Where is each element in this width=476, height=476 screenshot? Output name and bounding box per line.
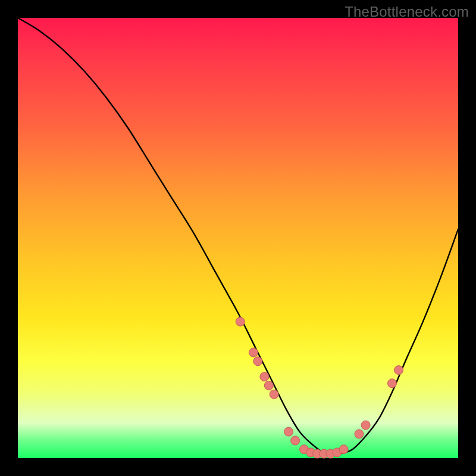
marker-dot <box>260 372 269 381</box>
outer-frame: TheBottleneck.com <box>0 0 476 476</box>
marker-dot <box>284 427 293 436</box>
marker-dot <box>291 436 300 445</box>
marker-dot <box>249 348 258 357</box>
marker-dots <box>236 317 403 458</box>
plot-area <box>18 18 458 458</box>
marker-dot <box>264 381 273 390</box>
curve-svg <box>18 18 458 458</box>
bottleneck-curve <box>18 18 458 455</box>
marker-dot <box>253 357 262 366</box>
marker-dot <box>394 366 403 375</box>
marker-dot <box>270 390 278 399</box>
marker-dot <box>361 421 370 430</box>
marker-dot <box>388 379 397 388</box>
marker-dot <box>236 317 245 326</box>
marker-dot <box>339 445 348 454</box>
marker-dot <box>355 430 364 439</box>
